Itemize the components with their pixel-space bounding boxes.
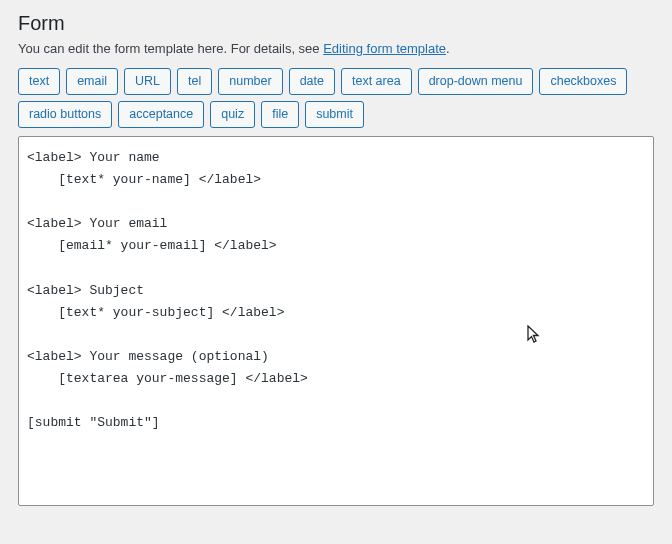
form-panel: Form You can edit the form template here… bbox=[0, 0, 672, 518]
tag-button-email[interactable]: email bbox=[66, 68, 118, 95]
section-title: Form bbox=[18, 12, 654, 35]
section-description: You can edit the form template here. For… bbox=[18, 41, 654, 56]
doc-link[interactable]: Editing form template bbox=[323, 41, 446, 56]
description-prefix: You can edit the form template here. For… bbox=[18, 41, 323, 56]
tag-button-date[interactable]: date bbox=[289, 68, 335, 95]
tag-button-tel[interactable]: tel bbox=[177, 68, 212, 95]
tag-button-dropdown[interactable]: drop-down menu bbox=[418, 68, 534, 95]
tag-button-quiz[interactable]: quiz bbox=[210, 101, 255, 128]
form-template-textarea[interactable] bbox=[18, 136, 654, 506]
tag-button-acceptance[interactable]: acceptance bbox=[118, 101, 204, 128]
tag-button-url[interactable]: URL bbox=[124, 68, 171, 95]
tag-button-checkboxes[interactable]: checkboxes bbox=[539, 68, 627, 95]
tag-button-file[interactable]: file bbox=[261, 101, 299, 128]
tag-button-textarea[interactable]: text area bbox=[341, 68, 412, 95]
tag-button-submit[interactable]: submit bbox=[305, 101, 364, 128]
tag-button-radio[interactable]: radio buttons bbox=[18, 101, 112, 128]
tag-button-number[interactable]: number bbox=[218, 68, 282, 95]
tag-button-text[interactable]: text bbox=[18, 68, 60, 95]
tag-generator-row: text email URL tel number date text area… bbox=[18, 68, 654, 128]
description-suffix: . bbox=[446, 41, 450, 56]
